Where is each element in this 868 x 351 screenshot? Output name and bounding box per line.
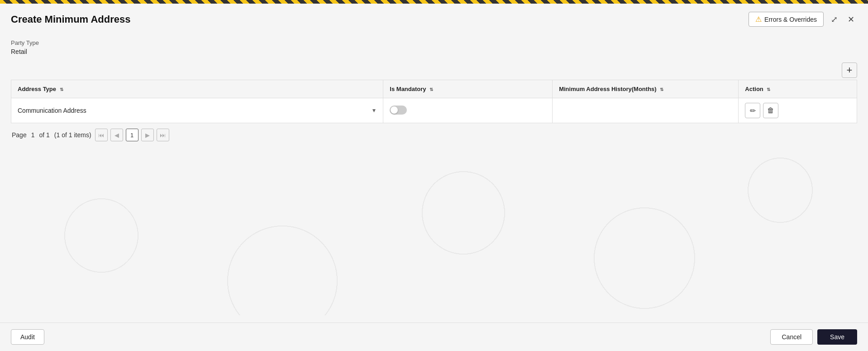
sort-icon-action[interactable]: ⇅ — [767, 87, 770, 92]
modal-container: Create Minimum Address ⚠ Errors & Overri… — [0, 4, 868, 351]
cell-is-mandatory — [383, 98, 553, 123]
cancel-button[interactable]: Cancel — [770, 329, 813, 345]
sort-icon-min-history[interactable]: ⇅ — [660, 87, 663, 92]
cell-address-type: Communication Address ▼ — [11, 98, 383, 123]
footer-right-actions: Cancel Save — [770, 329, 857, 345]
action-buttons: ✏ 🗑 — [745, 103, 850, 118]
dropdown-arrow-icon: ▼ — [371, 107, 377, 114]
first-page-button[interactable]: ⏮ — [95, 129, 108, 141]
col-header-is-mandatory: Is Mandatory ⇅ — [383, 80, 553, 98]
add-row-button[interactable]: + — [842, 63, 857, 78]
errors-overrides-button[interactable]: ⚠ Errors & Overrides — [749, 12, 824, 27]
modal-footer: Audit Cancel Save — [0, 322, 868, 351]
modal-body: Party Type Retail + Address Type ⇅ Is Ma… — [0, 32, 868, 322]
next-page-button[interactable]: ▶ — [141, 129, 154, 141]
page-number-button[interactable]: 1 — [126, 129, 138, 141]
expand-icon: ⤢ — [831, 15, 838, 24]
party-type-label: Party Type — [11, 39, 857, 46]
table-header-row: Address Type ⇅ Is Mandatory ⇅ Minimum Ad… — [11, 80, 857, 98]
cell-min-history — [553, 98, 739, 123]
top-bar-pattern — [0, 0, 868, 4]
last-page-button[interactable]: ⏭ — [157, 129, 169, 141]
pagination: Page 1 of 1 (1 of 1 items) ⏮ ◀ 1 ▶ ⏭ — [11, 129, 857, 141]
party-type-value: Retail — [11, 48, 857, 55]
cell-action: ✏ 🗑 — [739, 98, 857, 123]
save-button[interactable]: Save — [817, 329, 857, 345]
sort-icon-mandatory[interactable]: ⇅ — [429, 87, 433, 92]
expand-button[interactable]: ⤢ — [828, 13, 840, 26]
audit-button[interactable]: Audit — [11, 329, 44, 345]
toggle-knob — [391, 106, 398, 114]
warning-icon: ⚠ — [755, 15, 762, 24]
edit-button[interactable]: ✏ — [745, 103, 760, 118]
address-type-dropdown[interactable]: Communication Address ▼ — [18, 107, 377, 114]
of-label: of 1 — [39, 131, 50, 139]
prev-page-button[interactable]: ◀ — [110, 129, 123, 141]
col-header-action: Action ⇅ — [739, 80, 857, 98]
col-header-address-type: Address Type ⇅ — [11, 80, 383, 98]
sort-icon-address-type[interactable]: ⇅ — [60, 87, 63, 92]
edit-icon: ✏ — [750, 106, 756, 115]
table-row: Communication Address ▼ — [11, 98, 857, 123]
address-table: Address Type ⇅ Is Mandatory ⇅ Minimum Ad… — [11, 80, 857, 123]
modal-title: Create Minimum Address — [11, 14, 130, 25]
current-page-number: 1 — [31, 131, 35, 139]
page-label: Page — [12, 131, 27, 139]
mandatory-toggle[interactable] — [390, 106, 407, 115]
items-count-label: (1 of 1 items) — [54, 131, 91, 139]
col-header-min-history: Minimum Address History(Months) ⇅ — [553, 80, 739, 98]
delete-button[interactable]: 🗑 — [763, 103, 778, 118]
errors-btn-label: Errors & Overrides — [764, 16, 817, 23]
header-actions: ⚠ Errors & Overrides ⤢ ✕ — [749, 12, 857, 27]
delete-icon: 🗑 — [767, 106, 774, 115]
add-btn-row: + — [11, 63, 857, 78]
modal-header: Create Minimum Address ⚠ Errors & Overri… — [0, 4, 868, 32]
close-icon: ✕ — [848, 15, 854, 24]
background-pattern — [11, 145, 857, 315]
close-button[interactable]: ✕ — [845, 13, 857, 26]
